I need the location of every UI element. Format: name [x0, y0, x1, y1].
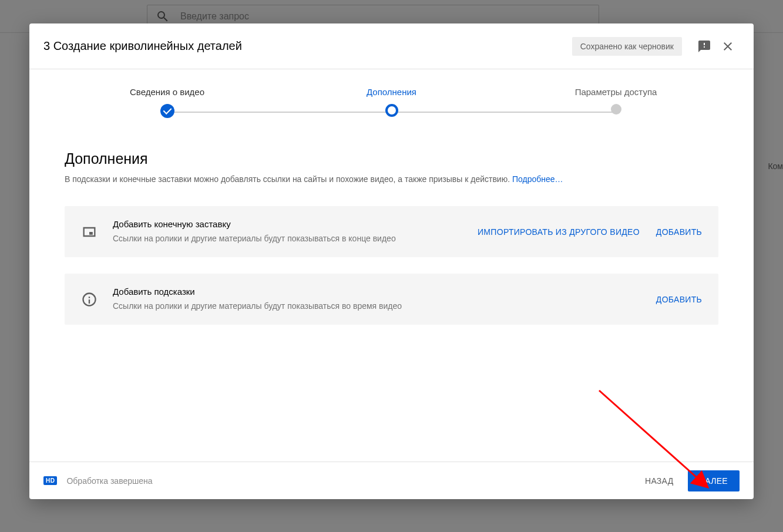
step-visibility-dot — [611, 104, 621, 115]
dialog-title: 3 Создание криволинейных деталей — [43, 39, 572, 53]
step-details-label: Сведения о видео — [91, 87, 244, 97]
end-screen-card: Добавить конечную заставку Ссылки на рол… — [65, 206, 718, 257]
import-from-video-button[interactable]: ИМПОРТИРОВАТЬ ИЗ ДРУГОГО ВИДЕО — [478, 227, 640, 237]
progress-stepper: Сведения о видео Дополнения Параметры до… — [122, 87, 662, 127]
step-elements[interactable]: Дополнения — [315, 87, 468, 117]
add-end-screen-button[interactable]: ДОБАВИТЬ — [656, 227, 702, 237]
hd-badge: HD — [43, 476, 57, 485]
draft-status-chip: Сохранено как черновик — [572, 37, 682, 56]
learn-more-link[interactable]: Подробнее… — [512, 174, 563, 184]
processing-status: Обработка завершена — [66, 476, 152, 486]
end-screen-subtitle: Ссылки на ролики и другие материалы буду… — [113, 233, 462, 244]
back-button[interactable]: НАЗАД — [636, 470, 683, 491]
info-icon — [81, 291, 98, 308]
step-details[interactable]: Сведения о видео — [91, 87, 244, 118]
step-details-dot — [160, 104, 174, 118]
cards-card: Добавить подсказки Ссылки на ролики и др… — [65, 274, 718, 325]
step-visibility-label: Параметры доступа — [540, 87, 693, 97]
dialog-content: Дополнения В подсказки и конечные застав… — [29, 127, 754, 462]
step-elements-dot — [385, 104, 398, 117]
end-screen-title: Добавить конечную заставку — [113, 219, 462, 229]
next-button[interactable]: ДАЛЕЕ — [688, 470, 740, 491]
upload-dialog: 3 Создание криволинейных деталей Сохране… — [29, 23, 754, 499]
feedback-icon — [697, 39, 711, 53]
feedback-button[interactable] — [693, 35, 716, 58]
section-description: В подсказки и конечные заставки можно до… — [65, 173, 718, 185]
cards-title: Добавить подсказки — [113, 287, 641, 297]
close-icon — [721, 39, 735, 53]
end-screen-icon — [81, 224, 98, 240]
section-title: Дополнения — [65, 150, 718, 167]
cards-subtitle: Ссылки на ролики и другие материалы буду… — [113, 300, 641, 312]
dialog-header: 3 Создание криволинейных деталей Сохране… — [29, 23, 754, 69]
section-description-text: В подсказки и конечные заставки можно до… — [65, 174, 512, 184]
dialog-footer: HD Обработка завершена НАЗАД ДАЛЕЕ — [29, 462, 754, 499]
close-button[interactable] — [716, 35, 740, 58]
step-visibility[interactable]: Параметры доступа — [540, 87, 693, 115]
add-cards-button[interactable]: ДОБАВИТЬ — [656, 295, 702, 304]
step-elements-label: Дополнения — [315, 87, 468, 97]
